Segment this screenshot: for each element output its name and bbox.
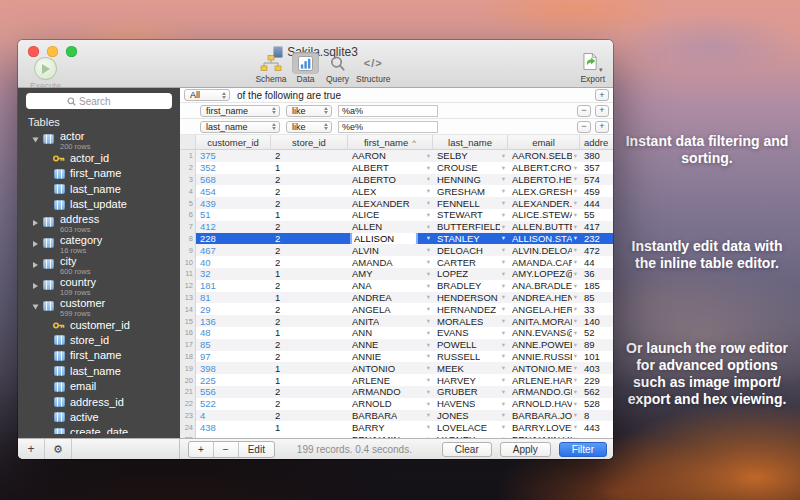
cell-store-id[interactable]: 1 xyxy=(271,363,348,374)
cell-customer-id[interactable]: 228 xyxy=(196,233,271,244)
cell-customer-id[interactable]: 412 xyxy=(196,221,271,232)
cell-dropdown-icon[interactable]: ▾ xyxy=(574,364,577,372)
add-filter-button[interactable]: + xyxy=(595,89,609,101)
cell-dropdown-icon[interactable]: ▾ xyxy=(574,293,577,301)
cell-dropdown-icon[interactable]: ▾ xyxy=(502,376,505,384)
table-row[interactable]: 9 467 2 ALVIN ▾ DELOACH ▾ xyxy=(180,244,613,256)
cell-dropdown-icon[interactable]: ▾ xyxy=(427,364,430,372)
cell-last-name[interactable]: SELBY ▾ xyxy=(433,150,508,161)
cell-dropdown-icon[interactable]: ▾ xyxy=(427,258,430,266)
cell-value[interactable]: ANTONIO xyxy=(352,363,395,374)
table-row[interactable]: 12 181 2 ANA ▾ BRADLEY ▾ xyxy=(180,280,613,292)
cell-customer-id[interactable]: 181 xyxy=(196,280,271,291)
filter-value-input[interactable] xyxy=(338,105,438,117)
cell-address-id[interactable]: 528 xyxy=(580,398,613,409)
cell-customer-id[interactable]: 467 xyxy=(196,245,271,256)
cell-first-name[interactable]: ANNIE ▾ xyxy=(348,351,433,362)
cell-first-name[interactable]: ANNE ▾ xyxy=(348,339,433,350)
sidebar-table-item[interactable]: actor 200 rows xyxy=(18,130,180,151)
cell-dropdown-icon[interactable]: ▾ xyxy=(427,423,430,431)
cell-customer-id[interactable]: 136 xyxy=(196,316,271,327)
cell-email[interactable]: ARNOLD.HAVE… ▾ xyxy=(508,398,580,409)
column-select[interactable]: last_name xyxy=(200,121,280,133)
cell-last-name[interactable]: GRESHAM ▾ xyxy=(433,186,508,197)
column-select[interactable]: first_name xyxy=(200,105,280,117)
cell-customer-id[interactable]: 454 xyxy=(196,186,271,197)
cell-dropdown-icon[interactable]: ▾ xyxy=(427,270,430,278)
cell-last-name[interactable]: CROUSE ▾ xyxy=(433,162,508,173)
cell-customer-id[interactable]: 556 xyxy=(196,386,271,397)
cell-dropdown-icon[interactable]: ▾ xyxy=(427,211,430,219)
cell-last-name[interactable]: CARTER ▾ xyxy=(433,257,508,268)
cell-first-name[interactable]: ANITA ▾ xyxy=(348,316,433,327)
cell-store-id[interactable]: 1 xyxy=(271,422,348,433)
disclosure-triangle-icon[interactable] xyxy=(33,262,38,268)
cell-first-name[interactable]: ALVIN ▾ xyxy=(348,245,433,256)
cell-store-id[interactable]: 2 xyxy=(271,351,348,362)
cell-value[interactable]: AMY xyxy=(352,268,373,279)
cell-first-name[interactable]: ARMANDO ▾ xyxy=(348,386,433,397)
cell-dropdown-icon[interactable]: ▾ xyxy=(502,329,505,337)
cell-customer-id[interactable]: 40 xyxy=(196,257,271,268)
cell-customer-id[interactable]: 225 xyxy=(196,375,271,386)
cell-store-id[interactable]: 2 xyxy=(271,174,348,185)
cell-dropdown-icon[interactable]: ▾ xyxy=(427,199,430,207)
cell-store-id[interactable]: 2 xyxy=(271,280,348,291)
cell-address-id[interactable]: 443 xyxy=(580,422,613,433)
cell-address-id[interactable]: 444 xyxy=(580,198,613,209)
gear-icon[interactable]: ⚙ xyxy=(45,439,72,459)
cell-first-name[interactable]: BARRY ▾ xyxy=(348,422,433,433)
cell-store-id[interactable]: 2 xyxy=(271,398,348,409)
cell-customer-id[interactable]: 522 xyxy=(196,398,271,409)
cell-last-name[interactable]: JONES ▾ xyxy=(433,410,508,421)
operator-select[interactable]: like xyxy=(286,121,332,133)
table-row[interactable]: 1 375 2 AARON ▾ SELBY ▾ xyxy=(180,150,613,162)
cell-email[interactable]: ARLENE.HARV… ▾ xyxy=(508,375,580,386)
remove-condition-button[interactable]: − xyxy=(577,121,591,133)
cell-first-name[interactable]: ANA ▾ xyxy=(348,280,433,291)
cell-first-name[interactable]: BENJAMIN ▾ xyxy=(348,434,433,438)
cell-address-id[interactable]: 44 xyxy=(580,257,613,268)
cell-first-name[interactable]: ANN ▾ xyxy=(348,327,433,338)
cell-customer-id[interactable]: 352 xyxy=(196,162,271,173)
clear-button[interactable]: Clear xyxy=(442,442,492,457)
table-row[interactable]: 4 454 2 ALEX ▾ GRESHAM ▾ xyxy=(180,185,613,197)
cell-dropdown-icon[interactable]: ▾ xyxy=(502,175,505,183)
cell-customer-id[interactable]: 398 xyxy=(196,363,271,374)
cell-customer-id[interactable]: 375 xyxy=(196,150,271,161)
table-row[interactable]: 10 40 2 AMANDA ▾ CARTER ▾ xyxy=(180,256,613,268)
sidebar-table-item[interactable]: country 109 rows xyxy=(18,276,180,297)
cell-customer-id[interactable]: 85 xyxy=(196,339,271,350)
sidebar-column-item[interactable]: store_id xyxy=(18,333,180,348)
cell-email[interactable]: ALLISON.STAN… ▾ xyxy=(508,233,580,244)
cell-dropdown-icon[interactable]: ▾ xyxy=(427,293,430,301)
cell-dropdown-icon[interactable]: ▾ xyxy=(574,199,577,207)
cell-value[interactable]: ALICE xyxy=(352,209,379,220)
cell-last-name[interactable]: POWELL ▾ xyxy=(433,339,508,350)
cell-value[interactable]: ALBERT xyxy=(352,162,389,173)
cell-value[interactable]: AMANDA xyxy=(352,257,393,268)
cell-customer-id[interactable]: 48 xyxy=(196,327,271,338)
cell-email[interactable]: ANTONIO.MEE… ▾ xyxy=(508,363,580,374)
cell-dropdown-icon[interactable]: ▾ xyxy=(574,341,577,349)
sidebar-column-item[interactable]: last_update xyxy=(18,197,180,212)
sidebar-column-item[interactable]: address_id xyxy=(18,395,180,410)
cell-store-id[interactable]: 2 xyxy=(271,410,348,421)
cell-email[interactable]: ALICE.STEWAR… ▾ xyxy=(508,209,580,220)
cell-dropdown-icon[interactable]: ▾ xyxy=(427,317,430,325)
add-row-button[interactable]: + xyxy=(189,442,214,457)
cell-last-name[interactable]: HARVEY ▾ xyxy=(433,375,508,386)
cell-value[interactable]: ALLEN xyxy=(352,221,382,232)
header-store-id[interactable]: store_id xyxy=(271,135,348,149)
cell-dropdown-icon[interactable]: ▾ xyxy=(427,187,430,195)
cell-value[interactable]: AARON xyxy=(352,150,386,161)
cell-dropdown-icon[interactable]: ▾ xyxy=(574,305,577,313)
cell-dropdown-icon[interactable]: ▾ xyxy=(427,223,430,231)
cell-value[interactable]: ARNOLD xyxy=(352,398,392,409)
cell-value[interactable]: ANNIE xyxy=(352,351,381,362)
cell-email[interactable]: ANNIE.RUSSEL… ▾ xyxy=(508,351,580,362)
sidebar-column-item[interactable]: last_name xyxy=(18,182,180,197)
cell-dropdown-icon[interactable]: ▾ xyxy=(574,282,577,290)
cell-store-id[interactable]: 2 xyxy=(271,233,348,244)
header-address-id[interactable]: addre xyxy=(580,135,613,149)
